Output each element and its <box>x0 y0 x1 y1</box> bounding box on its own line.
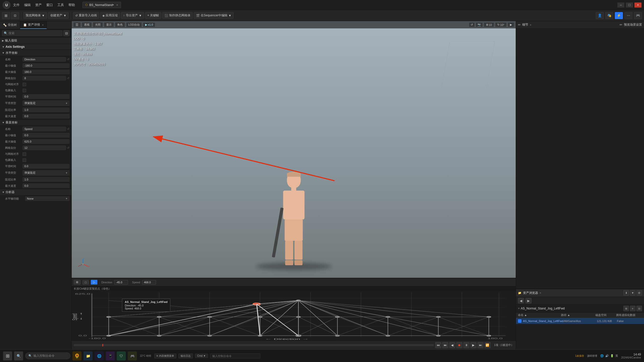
create-asset-btn[interactable]: 创建资产▼ <box>48 12 69 19</box>
vp-lod-btn[interactable]: LOD自动 <box>126 22 142 27</box>
ab-path-close[interactable]: × <box>518 307 520 310</box>
menu-window[interactable]: 窗口 <box>46 3 53 7</box>
ab-settings-btn[interactable]: ⚙ <box>636 290 642 296</box>
toolbar-right-3[interactable]: ⚡ <box>615 12 623 19</box>
h-wrap-checkbox[interactable] <box>23 89 26 92</box>
v-interp-value[interactable]: 弹簧阻尼 ▼ <box>23 170 69 175</box>
ab-tile-btn[interactable]: ⊟ <box>636 306 642 311</box>
col-path-header[interactable]: 路径 ▲ <box>561 313 595 317</box>
vp-show-btn[interactable]: 显示 <box>104 22 114 27</box>
graph-canvas[interactable]: 625.0 0.0 -180.0 180.0 Speed ← Direction… <box>72 291 516 340</box>
h-smooth-value[interactable]: 0.0 <box>23 94 69 99</box>
h-name-reset[interactable]: ↺ <box>67 58 69 61</box>
v-snap-checkbox[interactable] <box>23 152 26 156</box>
menu-tools[interactable]: 工具 <box>57 3 64 7</box>
maximize-btn[interactable]: □ <box>626 3 633 8</box>
vp-lighting-btn[interactable]: 光照 <box>93 22 103 27</box>
graph-direction-input[interactable] <box>114 280 128 285</box>
v-wrap-checkbox[interactable] <box>23 158 26 162</box>
col-size-header[interactable]: 磁盘空间 <box>595 313 616 317</box>
pb-play[interactable]: ▶ <box>470 342 476 348</box>
details-tab[interactable]: 细节 <box>522 23 528 27</box>
pb-loop[interactable]: 🔁 <box>485 342 491 348</box>
sequencer-edit-btn[interactable]: 🎬 在Sequencer中编辑▼ <box>194 12 234 19</box>
v-min-value[interactable]: 0.0 <box>23 133 69 138</box>
taskbar-search-icon[interactable]: 🔍 <box>14 351 23 360</box>
vp-menu-btn[interactable]: ☰ <box>73 22 81 27</box>
vp-perspective-btn[interactable]: 透视 <box>82 22 92 27</box>
taskbar-app-5[interactable]: 🛡 <box>117 351 126 360</box>
reimport-anim-btn[interactable]: ↺ 重新导入动画 <box>73 12 99 19</box>
save-status[interactable]: 1未保存 <box>575 354 584 358</box>
menu-file[interactable]: 文件 <box>13 3 20 7</box>
ab-import-btn[interactable]: ⬇ <box>623 290 629 296</box>
v-damp-value[interactable]: 1.0 <box>23 177 69 182</box>
toolbar-icon-1[interactable]: ⊞ <box>2 12 10 19</box>
taskbar-app-1[interactable]: 🌻 <box>72 351 82 360</box>
v-grid-reset[interactable]: ↺ <box>67 146 69 150</box>
taskbar-windows-btn[interactable]: ⊞ <box>3 351 12 360</box>
add-keyframe-btn[interactable]: + 关键帧 <box>145 12 161 19</box>
toolbar-icon-2[interactable]: ⊡ <box>11 12 19 19</box>
preview-mesh-btn[interactable]: 预览网格体▼ <box>23 12 47 19</box>
vertical-axis-header[interactable]: ▼ 垂直坐标 <box>0 119 71 126</box>
ab-close[interactable]: × <box>540 291 541 294</box>
graph-speed-input[interactable] <box>142 280 156 285</box>
vp-play-btn[interactable]: ▶ x1.0 <box>143 22 155 27</box>
tab-asset-details[interactable]: 📋 资产详情 × <box>20 21 47 29</box>
source-control[interactable]: 源码管理 <box>587 354 597 358</box>
v-max-value[interactable]: 625.0 <box>23 139 69 144</box>
h-damp-value[interactable]: 1.0 <box>23 108 69 112</box>
v-smooth-value[interactable]: 0.0 <box>23 164 69 168</box>
output-log-btn[interactable]: 输出日志 <box>178 353 193 358</box>
vp-refresh-btn[interactable]: ↺ <box>469 22 475 27</box>
taskbar-app-3[interactable]: 🌐 <box>95 351 104 360</box>
table-row[interactable]: AS_Normal_Stand_Jog_LeftFwd /All/Game/As… <box>516 318 644 324</box>
console-input[interactable] <box>210 353 260 358</box>
title-tab[interactable]: ⬡ BS_NormalStand• × <box>83 2 121 8</box>
h-func-value[interactable]: None ▼ <box>25 196 69 201</box>
menu-help[interactable]: 帮助 <box>68 3 75 7</box>
pb-back[interactable]: ◀ <box>449 342 455 348</box>
graph-fit-btn[interactable]: ⊞ <box>74 280 80 285</box>
tab-skeleton-tree[interactable]: 🦴 骨骼树 <box>0 21 20 29</box>
taskbar-app-2[interactable]: 📁 <box>84 351 93 360</box>
export-asset-btn[interactable]: ↑ 导出资产▼ <box>121 12 144 19</box>
col-name-header[interactable]: 命名 ▲ <box>518 313 561 317</box>
menu-edit[interactable]: 编辑 <box>24 3 31 7</box>
vp-char-btn[interactable]: 角色 <box>115 22 125 27</box>
h-min-value[interactable]: -180.0 <box>23 63 69 68</box>
tray-network[interactable]: 🌐 <box>600 354 604 357</box>
pb-skip-start[interactable]: ⏮ <box>435 342 441 348</box>
h-snap-checkbox[interactable] <box>23 83 26 86</box>
menu-assets[interactable]: 资产 <box>35 3 42 7</box>
pb-pause[interactable]: ⏸ <box>463 342 469 348</box>
content-drawer-btn[interactable]: ≡ 内容侧滑菜单 <box>154 353 176 358</box>
tray-volume[interactable]: 🔊 <box>605 354 609 357</box>
ab-forward-btn[interactable]: ▶ <box>526 298 532 303</box>
taskbar-app-4[interactable]: 📱 <box>106 351 115 360</box>
vp-grid-size-btn[interactable]: ⊞ 10 <box>484 22 494 27</box>
make-static-mesh-btn[interactable]: ⬛ 制作静态网格体 <box>162 12 193 19</box>
taskbar-app-6[interactable]: 🎮 <box>128 351 137 360</box>
horizontal-axis-header[interactable]: ▼ 水平坐标 <box>0 50 71 56</box>
vp-cam-btn[interactable]: 📷 <box>476 22 483 27</box>
tray-lang[interactable]: 英 <box>615 354 618 358</box>
details-tab-close[interactable]: × <box>530 23 531 26</box>
taskbar-search-box[interactable]: 🔍 输入控制台命令 <box>25 352 70 359</box>
pb-prev[interactable]: ⏭ <box>442 342 448 348</box>
pb-next[interactable]: ⏭ <box>477 342 484 348</box>
toolbar-right-1[interactable]: 👤 <box>596 12 604 19</box>
h-grid-value[interactable]: 8 <box>23 76 66 80</box>
view-options-btn[interactable]: ⊟ <box>63 30 69 36</box>
close-btn[interactable]: × <box>634 3 641 8</box>
vp-rot-btn[interactable]: ↻ 10° <box>495 22 507 27</box>
v-grid-value[interactable]: 12 <box>23 146 66 150</box>
input-values-section[interactable]: ▶ 输入值组 <box>0 37 71 44</box>
ab-list-btn[interactable]: ≡ <box>630 306 635 311</box>
graph-square-btn[interactable]: □ <box>83 280 89 285</box>
ab-back-btn[interactable]: ◀ <box>518 298 524 303</box>
timeline-track[interactable] <box>74 344 434 346</box>
v-name-reset[interactable]: ↺ <box>67 127 69 131</box>
vp-more-btn[interactable]: ▶ <box>508 22 514 27</box>
